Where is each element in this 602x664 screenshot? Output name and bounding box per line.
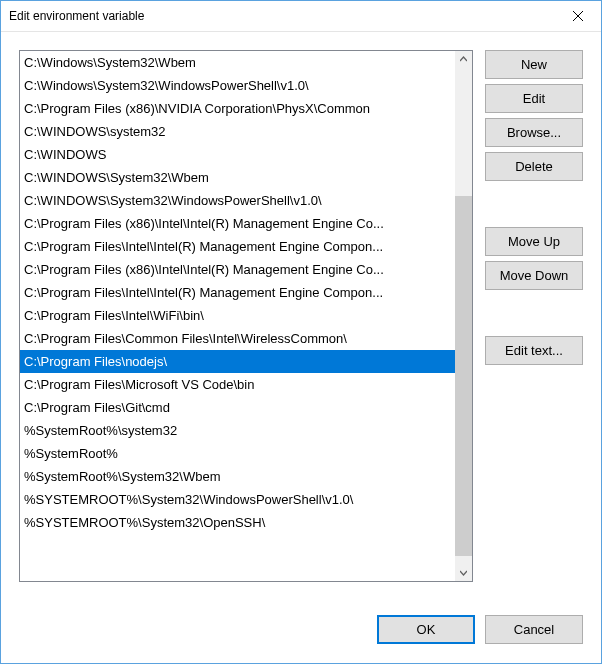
list-container: C:\Windows\System32\WbemC:\Windows\Syste… — [19, 50, 473, 597]
list-item[interactable]: C:\WINDOWS\system32 — [20, 120, 455, 143]
list-item[interactable]: %SystemRoot% — [20, 442, 455, 465]
list-item[interactable]: C:\WINDOWS\System32\WindowsPowerShell\v1… — [20, 189, 455, 212]
side-button-column: New Edit Browse... Delete Move Up Move D… — [485, 50, 583, 597]
scroll-up-button[interactable] — [455, 51, 472, 68]
browse-button[interactable]: Browse... — [485, 118, 583, 147]
list-item[interactable]: C:\Windows\System32\Wbem — [20, 51, 455, 74]
dialog-window: Edit environment variable C:\Windows\Sys… — [0, 0, 602, 664]
scrollbar-vertical[interactable] — [455, 51, 472, 581]
delete-button[interactable]: Delete — [485, 152, 583, 181]
list-item[interactable]: %SYSTEMROOT%\System32\OpenSSH\ — [20, 511, 455, 534]
chevron-down-icon — [460, 569, 467, 576]
client-area: C:\Windows\System32\WbemC:\Windows\Syste… — [1, 32, 601, 597]
move-down-button[interactable]: Move Down — [485, 261, 583, 290]
close-button[interactable] — [555, 1, 601, 31]
move-up-button[interactable]: Move Up — [485, 227, 583, 256]
list-item[interactable]: C:\Program Files (x86)\NVIDIA Corporatio… — [20, 97, 455, 120]
list-item[interactable]: C:\WINDOWS\System32\Wbem — [20, 166, 455, 189]
list-item[interactable]: C:\Program Files\Git\cmd — [20, 396, 455, 419]
list-item[interactable]: C:\Program Files\Intel\WiFi\bin\ — [20, 304, 455, 327]
ok-button[interactable]: OK — [377, 615, 475, 644]
list-item[interactable]: %SYSTEMROOT%\System32\WindowsPowerShell\… — [20, 488, 455, 511]
close-icon — [573, 11, 583, 21]
list-item[interactable]: C:\Program Files\Microsoft VS Code\bin — [20, 373, 455, 396]
list-item[interactable]: C:\Program Files\Common Files\Intel\Wire… — [20, 327, 455, 350]
list-item[interactable]: C:\Program Files\nodejs\ — [20, 350, 455, 373]
scroll-down-button[interactable] — [455, 564, 472, 581]
list-items: C:\Windows\System32\WbemC:\Windows\Syste… — [20, 51, 455, 581]
edit-button[interactable]: Edit — [485, 84, 583, 113]
list-item[interactable]: C:\Windows\System32\WindowsPowerShell\v1… — [20, 74, 455, 97]
list-item[interactable]: C:\Program Files\Intel\Intel(R) Manageme… — [20, 281, 455, 304]
spacer — [485, 186, 583, 227]
list-item[interactable]: %SystemRoot%\system32 — [20, 419, 455, 442]
list-item[interactable]: C:\Program Files (x86)\Intel\Intel(R) Ma… — [20, 212, 455, 235]
titlebar: Edit environment variable — [1, 1, 601, 32]
chevron-up-icon — [460, 56, 467, 63]
new-button[interactable]: New — [485, 50, 583, 79]
edit-text-button[interactable]: Edit text... — [485, 336, 583, 365]
list-item[interactable]: %SystemRoot%\System32\Wbem — [20, 465, 455, 488]
cancel-button[interactable]: Cancel — [485, 615, 583, 644]
list-item[interactable]: C:\Program Files\Intel\Intel(R) Manageme… — [20, 235, 455, 258]
list-item[interactable]: C:\Program Files (x86)\Intel\Intel(R) Ma… — [20, 258, 455, 281]
path-listbox[interactable]: C:\Windows\System32\WbemC:\Windows\Syste… — [19, 50, 473, 582]
list-item[interactable]: C:\WINDOWS — [20, 143, 455, 166]
spacer — [485, 295, 583, 336]
scroll-track[interactable] — [455, 68, 472, 564]
scroll-thumb[interactable] — [455, 196, 472, 556]
dialog-title: Edit environment variable — [9, 9, 144, 23]
dialog-footer: OK Cancel — [1, 597, 601, 663]
